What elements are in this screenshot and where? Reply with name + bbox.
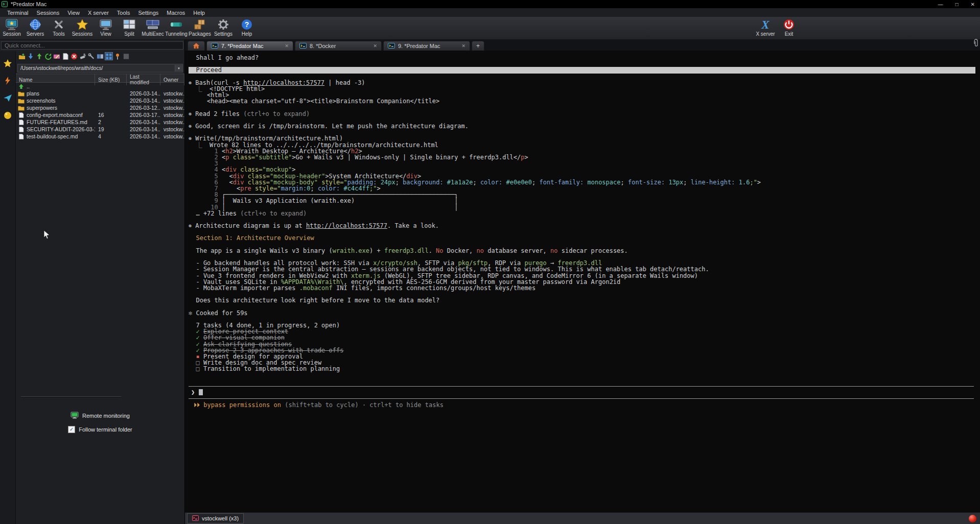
file-size: 2 <box>95 119 127 125</box>
terminal-input-box[interactable]: ❯ <box>189 386 974 399</box>
menu-sessions[interactable]: Sessions <box>33 9 64 16</box>
file-modified: 2026-03-14... <box>127 126 160 132</box>
terminal-segment: (ctrl+o to expand) <box>243 110 310 117</box>
terminal-line: Does this architecture look right before… <box>189 297 980 303</box>
paperclip-icon[interactable] <box>972 39 978 49</box>
close-button[interactable]: ✕ <box>971 2 975 7</box>
column-header-owner[interactable]: Owner <box>160 74 184 85</box>
toolbar-settings-button[interactable]: Settings <box>212 17 235 37</box>
terminal-line <box>189 61 980 67</box>
status-segment: · <box>359 401 370 409</box>
follow-terminal-folder-checkbox[interactable]: ✓ Follow terminal folder <box>16 426 184 433</box>
upload-icon[interactable] <box>35 52 43 60</box>
terminal-segment: | head -3) <box>324 79 365 86</box>
tab-session-2[interactable]: 9. *Predator Mac✕ <box>383 41 470 51</box>
new-tab-button[interactable]: + <box>472 41 484 51</box>
terminal-segment: > <box>757 179 761 186</box>
sessions-star-icon[interactable] <box>3 58 13 68</box>
toolbar-label: X server <box>756 31 775 37</box>
macros-icon[interactable] <box>3 76 13 86</box>
menu-view[interactable]: View <box>63 9 84 16</box>
quick-connect-input[interactable] <box>1 41 183 50</box>
menu-settings[interactable]: Settings <box>134 9 163 16</box>
file-name: screenshots <box>27 98 56 104</box>
menu-help[interactable]: Help <box>189 9 209 16</box>
menu-terminal[interactable]: Terminal <box>3 9 33 16</box>
terminal-segment: Read 2 files <box>195 110 243 117</box>
toolbar-label: Exit <box>785 31 794 37</box>
maximize-button[interactable]: □ <box>955 2 959 7</box>
terminal[interactable]: Shall I go ahead? Proceed ⏺ Bash(curl -s… <box>185 51 980 512</box>
terminal-segment: (ctrl+o to expand) <box>240 210 307 217</box>
terminal-line: <head><meta charset="utf-8"><title>Brain… <box>189 98 980 104</box>
delete-icon[interactable] <box>70 52 78 60</box>
terminal-segment: Cooked for 59s <box>196 309 247 317</box>
terminal-line: … +72 lines (ctrl+o to expand) <box>189 210 980 217</box>
new-file-icon[interactable] <box>61 52 69 60</box>
minimize-button[interactable]: — <box>938 2 943 7</box>
tab-session-1[interactable]: 8. *Docker✕ <box>295 41 382 51</box>
file-browser-panel: /Users/vstockwell/repos/wraith/docs/ ▼ N… <box>15 51 184 524</box>
terminal-segment: INI files, imports connections/groups/ho… <box>333 284 535 292</box>
toolbar-packages-button[interactable]: Packages <box>188 17 212 37</box>
dual-view-icon[interactable] <box>96 52 104 60</box>
file-owner: vstockw... <box>160 133 184 139</box>
table-row[interactable]: test-buildout-spec.md42026-03-14...vstoc… <box>16 133 184 140</box>
terminal-segment: > <box>292 154 295 161</box>
chevron-down-icon[interactable]: ▼ <box>175 65 182 72</box>
remote-monitoring[interactable]: Remote monitoring <box>16 412 184 420</box>
table-row[interactable]: screenshots2026-03-14...vstockw... <box>16 97 184 104</box>
terminal-segment: 24px <box>381 179 395 186</box>
toolbar-exit-button[interactable]: Exit <box>777 17 801 37</box>
tools-icon <box>52 18 65 31</box>
toolbar-help-button[interactable]: ?Help <box>235 17 259 37</box>
close-icon[interactable]: ✕ <box>369 43 377 49</box>
menu-macros[interactable]: Macros <box>162 9 189 16</box>
grid-view-icon[interactable] <box>105 52 113 60</box>
table-row[interactable]: plans2026-03-14...vstockw... <box>16 90 184 97</box>
clear-icon[interactable] <box>79 52 87 60</box>
toolbar-sessions-button[interactable]: Sessions <box>71 17 94 37</box>
toolbar-view-button[interactable]: View <box>94 17 118 37</box>
status-segment: (shift+tab to cycle) <box>281 401 359 409</box>
sftp-icon[interactable] <box>3 93 13 103</box>
column-header-size-kb[interactable]: Size (KB) <box>95 74 127 85</box>
menu-x-server[interactable]: X server <box>84 9 113 16</box>
toolbar-split-button[interactable]: Split <box>118 17 141 37</box>
close-icon[interactable]: ✕ <box>281 43 289 49</box>
svg-text:X: X <box>761 18 769 31</box>
folder-icon <box>18 98 25 104</box>
terminal-selected-option: Proceed <box>189 67 975 73</box>
wrench-icon[interactable] <box>87 52 96 60</box>
table-row[interactable]: superpowers2026-03-12...vstockw... <box>16 104 184 111</box>
user-status-icon[interactable] <box>3 110 13 121</box>
table-row[interactable]: SECURITY-AUDIT-2026-03-1...192026-03-14.… <box>16 126 184 133</box>
terminal-segment: Does this architecture look right before… <box>189 297 439 304</box>
red-status-icon[interactable] <box>969 515 976 522</box>
download-icon[interactable] <box>27 52 35 60</box>
menu-tools[interactable]: Tools <box>113 9 134 16</box>
stop-icon[interactable] <box>122 52 130 60</box>
tab-session-0[interactable]: 7. *Predator Mac✕ <box>206 41 293 51</box>
table-row[interactable]: FUTURE-FEATURES.md22026-03-14...vstockw.… <box>16 118 184 126</box>
tab-home[interactable] <box>188 41 205 51</box>
toolbar-multiexec-button[interactable]: MultiExec <box>141 17 165 37</box>
close-icon[interactable]: ✕ <box>457 43 465 49</box>
toolbar-xserver-button[interactable]: XX server <box>754 17 777 37</box>
window-title: *Predator Mac <box>11 1 46 7</box>
pin-icon[interactable] <box>113 52 122 60</box>
terminal-tab-icon <box>299 42 307 50</box>
terminal-line: 7 tasks (4 done, 1 in progress, 2 open) <box>189 322 980 328</box>
edit-icon[interactable] <box>53 52 61 60</box>
toolbar-servers-button[interactable]: Servers <box>24 17 47 37</box>
folder-up-icon[interactable] <box>18 52 26 60</box>
taskbar-terminal-button[interactable]: vstockwell (x3) <box>187 513 244 523</box>
path-dropdown[interactable]: /Users/vstockwell/repos/wraith/docs/ ▼ <box>17 64 183 73</box>
toolbar-session-button[interactable]: Session <box>0 17 24 37</box>
table-row[interactable]: config-export.mobaconf162026-03-17...vst… <box>16 111 184 118</box>
column-header-last-modified[interactable]: Last modified <box>127 74 160 85</box>
refresh-icon[interactable] <box>44 52 52 60</box>
toolbar-tunneling-button[interactable]: Tunneling <box>165 17 188 37</box>
main-toolbar: SessionServersToolsSessionsViewSplitMult… <box>0 17 980 40</box>
toolbar-tools-button[interactable]: Tools <box>47 17 71 37</box>
